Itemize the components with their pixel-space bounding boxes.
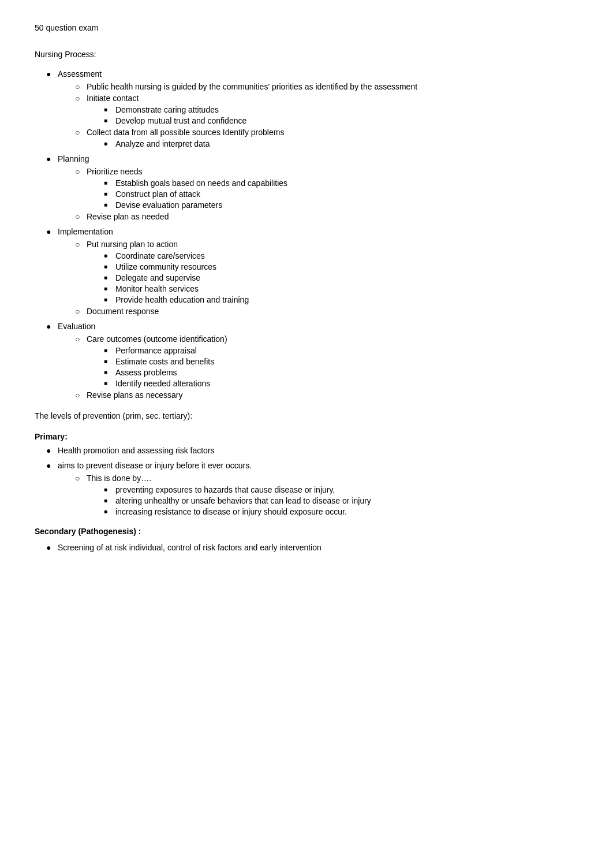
list-item: Initiate contact Demonstrate caring atti… <box>75 94 578 125</box>
evaluation-sub1: Care outcomes (outcome identification) <box>87 334 227 344</box>
list-item: Provide health education and training <box>104 295 578 304</box>
implementation-sub1-list: Coordinate care/services Utilize communi… <box>87 251 578 304</box>
secondary-list: Screening of at risk individual, control… <box>35 543 578 552</box>
primary-sub-items: preventing exposures to hazards that cau… <box>87 485 578 516</box>
list-item: aims to prevent disease or injury before… <box>46 461 578 516</box>
list-item: Public health nursing is guided by the c… <box>75 82 578 91</box>
primary-sub-list: This is done by…. preventing exposures t… <box>58 474 578 516</box>
implementation-sub2: Document response <box>87 307 159 316</box>
evaluation-sub2: Revise plans as necessary <box>87 390 183 400</box>
secondary-label: Secondary (Pathogenesis) : <box>35 527 578 536</box>
list-item: Establish goals based on needs and capab… <box>104 178 578 188</box>
list-item: Screening of at risk individual, control… <box>46 543 578 552</box>
list-item: Care outcomes (outcome identification) P… <box>75 334 578 388</box>
list-item: Delegate and supervise <box>104 273 578 282</box>
list-item: Performance appraisal <box>104 346 578 355</box>
list-item: Prioritize needs Establish goals based o… <box>75 167 578 210</box>
evaluation-label: Evaluation <box>58 322 95 331</box>
implementation-sub1: Put nursing plan to action <box>87 240 178 249</box>
nursing-process-heading: Nursing Process: <box>35 50 578 59</box>
assessment-sub3-list: Analyze and interpret data <box>87 139 578 148</box>
planning-sub2: Revise plan as needed <box>87 212 169 221</box>
primary-label: Primary: <box>35 432 578 441</box>
list-item: Health promotion and assessing risk fact… <box>46 446 578 455</box>
planning-sub1-list: Establish goals based on needs and capab… <box>87 178 578 210</box>
list-item: Identify needed alterations <box>104 379 578 388</box>
list-item: Construct plan of attack <box>104 189 578 199</box>
assessment-sub2-list: Demonstrate caring attitudes Develop mut… <box>87 105 578 125</box>
list-item: preventing exposures to hazards that cau… <box>104 485 578 494</box>
page-title: 50 question exam <box>35 23 578 32</box>
planning-sub1: Prioritize needs <box>87 167 143 176</box>
list-item: This is done by…. preventing exposures t… <box>75 474 578 516</box>
list-item: Devise evaluation parameters <box>104 200 578 210</box>
list-item-evaluation: Evaluation Care outcomes (outcome identi… <box>46 322 578 400</box>
list-item: Revise plans as necessary <box>75 390 578 400</box>
planning-label: Planning <box>58 154 89 163</box>
list-item: Demonstrate caring attitudes <box>104 105 578 114</box>
list-item: increasing resistance to disease or inju… <box>104 507 578 516</box>
implementation-sublist: Put nursing plan to action Coordinate ca… <box>58 240 578 316</box>
primary-list: Health promotion and assessing risk fact… <box>35 446 578 516</box>
list-item: altering unhealthy or unsafe behaviors t… <box>104 496 578 505</box>
list-item-planning: Planning Prioritize needs Establish goal… <box>46 154 578 221</box>
list-item-implementation: Implementation Put nursing plan to actio… <box>46 227 578 316</box>
assessment-sub1: Public health nursing is guided by the c… <box>87 82 417 91</box>
planning-sublist: Prioritize needs Establish goals based o… <box>58 167 578 221</box>
list-item: Utilize community resources <box>104 262 578 271</box>
nursing-process-list: Assessment Public health nursing is guid… <box>35 69 578 400</box>
assessment-sublist: Public health nursing is guided by the c… <box>58 82 578 148</box>
list-item: Put nursing plan to action Coordinate ca… <box>75 240 578 304</box>
list-item: Revise plan as needed <box>75 212 578 221</box>
list-item: Analyze and interpret data <box>104 139 578 148</box>
evaluation-sub1-list: Performance appraisal Estimate costs and… <box>87 346 578 388</box>
assessment-label: Assessment <box>58 69 102 79</box>
evaluation-sublist: Care outcomes (outcome identification) P… <box>58 334 578 400</box>
implementation-label: Implementation <box>58 227 113 236</box>
list-item: Monitor health services <box>104 284 578 293</box>
list-item: Develop mutual trust and confidence <box>104 116 578 125</box>
levels-prevention-label: The levels of prevention (prim, sec. ter… <box>35 411 578 420</box>
assessment-sub3: Collect data from all possible sources I… <box>87 128 284 137</box>
list-item: Document response <box>75 307 578 316</box>
list-item: Estimate costs and benefits <box>104 357 578 366</box>
list-item: Coordinate care/services <box>104 251 578 260</box>
list-item: Assess problems <box>104 368 578 377</box>
list-item: Collect data from all possible sources I… <box>75 128 578 148</box>
assessment-sub2: Initiate contact <box>87 94 139 103</box>
list-item-assessment: Assessment Public health nursing is guid… <box>46 69 578 148</box>
